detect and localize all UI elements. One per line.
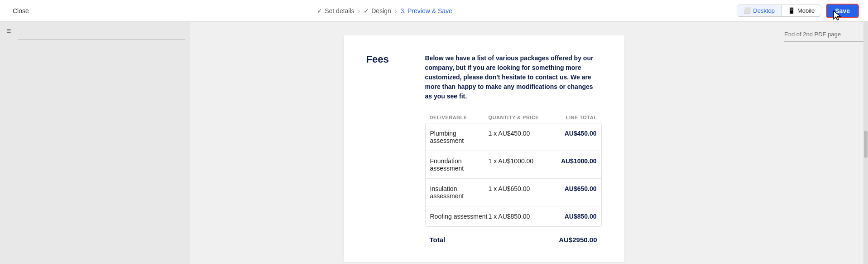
row-3-qty: 1 x AU$650.00 [489,185,547,200]
total-row: Total AU$2950.00 [425,229,602,244]
row-4-deliverable: Roofing assessment [430,213,489,220]
sidebar-divider [18,39,185,40]
check-icon-2: ✓ [364,7,369,15]
sidebar: ≡ [0,22,190,264]
row-2-total: AU$1000.00 [547,157,597,172]
sidebar-menu-icon[interactable]: ≡ [5,24,13,37]
header-right: ⬜ Desktop 📱 Mobile Save [737,4,859,18]
desktop-icon: ⬜ [743,7,751,14]
row-3-deliverable: Insulation assessment [430,185,489,200]
step-set-details[interactable]: ✓ Set details [317,7,354,15]
table-row: Foundation assessment 1 x AU$1000.00 AU$… [426,151,601,179]
table-row: Roofing assessment 1 x AU$850.00 AU$850.… [426,206,601,226]
table-header-row: DELIVERABLE QUANTITY & PRICE LINE TOTAL [425,112,602,123]
row-1-qty: 1 x AU$450.00 [489,130,547,144]
header: Close ✓ Set details › ✓ Design › 3. Prev… [0,0,868,22]
step-label-1: Set details [325,7,354,15]
table-row: Plumbing assessment 1 x AU$450.00 AU$450… [426,123,601,151]
col-header-qty-price: QUANTITY & PRICE [489,115,547,120]
step-design[interactable]: ✓ Design [364,7,391,15]
mobile-view-button[interactable]: 📱 Mobile [781,5,821,16]
row-1-deliverable: Plumbing assessment [430,130,489,144]
view-toggle: ⬜ Desktop 📱 Mobile [737,5,821,17]
desktop-view-button[interactable]: ⬜ Desktop [737,5,781,16]
total-label: Total [430,236,489,244]
row-2-deliverable: Foundation assessment [430,157,489,172]
main-layout: ≡ Fees Below we have a list of various p… [0,22,868,264]
check-icon-1: ✓ [317,7,322,15]
step-arrow-1: › [358,7,360,15]
total-value: AU$2950.00 [547,236,597,244]
row-1-total: AU$450.00 [547,130,597,144]
row-4-total: AU$850.00 [547,213,597,220]
close-button[interactable]: Close [9,5,33,16]
fees-description: Below we have a list of various packages… [425,54,602,101]
desktop-label: Desktop [753,7,775,14]
step-preview-save[interactable]: 3. Preview & Save [401,7,452,15]
fees-right: Below we have a list of various packages… [425,54,602,244]
stepper: ✓ Set details › ✓ Design › 3. Preview & … [317,7,452,15]
right-panel: End of 2nd PDF page [777,22,868,264]
step-label-2: Design [371,7,391,15]
col-header-deliverable: DELIVERABLE [430,115,489,120]
row-3-total: AU$650.00 [547,185,597,200]
row-2-qty: 1 x AU$1000.00 [489,157,547,172]
mobile-icon: 📱 [788,7,795,14]
content-area: Fees Below we have a list of various pac… [190,22,777,264]
col-header-line-total: LINE TOTAL [547,115,597,120]
step-label-3: 3. Preview & Save [401,7,452,15]
mobile-label: Mobile [797,7,815,14]
fees-section: Fees Below we have a list of various pac… [366,54,602,244]
fees-table-body: Plumbing assessment 1 x AU$450.00 AU$450… [425,123,602,227]
scrollbar[interactable] [863,22,868,264]
scrollbar-thumb[interactable] [864,131,868,158]
pdf-page-divider [784,41,866,42]
save-button[interactable]: Save [826,4,859,18]
header-left: Close [9,5,33,16]
pdf-page-label: End of 2nd PDF page [784,31,861,38]
step-arrow-2: › [395,7,397,15]
row-4-qty: 1 x AU$850.00 [489,213,547,220]
fees-title: Fees [366,54,412,244]
page-block: Fees Below we have a list of various pac… [344,35,624,262]
table-row: Insulation assessment 1 x AU$650.00 AU$6… [426,179,601,206]
